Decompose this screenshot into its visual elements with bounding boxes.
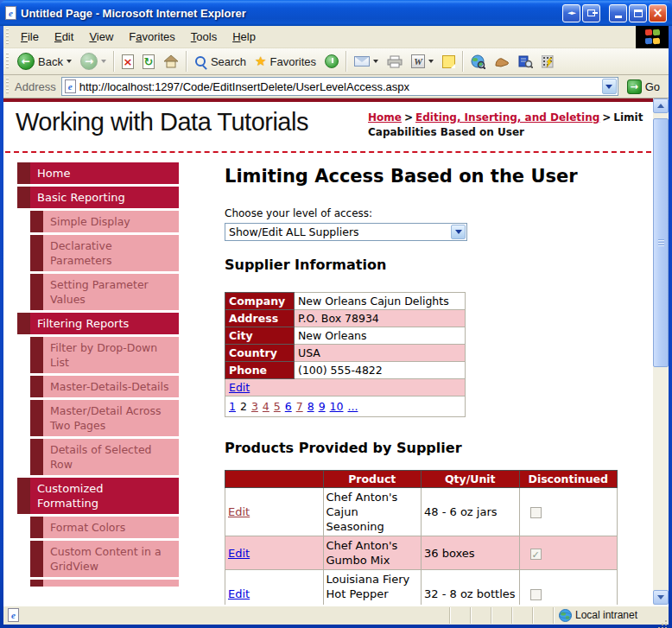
scrollbar-thumb[interactable] (653, 118, 669, 367)
sidebar-item-cutoff[interactable] (30, 580, 179, 587)
sidebar-item-master-detail-across-two-pages[interactable]: Master/Detail Across Two Pages (30, 400, 179, 436)
menu-item-file[interactable]: File (13, 27, 47, 47)
forward-dropdown-icon (101, 60, 106, 63)
print-button[interactable] (383, 49, 407, 73)
browser-viewport: Working with Data Tutorials Home>Editing… (3, 98, 669, 605)
page-link-1[interactable]: 1 (229, 400, 236, 413)
sidebar-item-filtering-reports[interactable]: Filtering Reports (17, 313, 179, 334)
sidebar-item-customized-formatting[interactable]: Customized Formatting (17, 478, 179, 514)
sidebar-item-filter-by-drop-down-list[interactable]: Filter by Drop-Down List (30, 337, 179, 373)
sidebar-item-basic-reporting[interactable]: Basic Reporting (17, 187, 179, 208)
breadcrumb-link-home[interactable]: Home (368, 111, 402, 124)
notes-button[interactable] (438, 49, 460, 73)
sidebar-item-master-details-details[interactable]: Master-Details-Details (30, 376, 179, 397)
resize-grip[interactable] (655, 607, 669, 624)
access-level-select[interactable]: Show/Edit ALL Suppliers (225, 223, 467, 241)
products-header-edit (225, 471, 324, 488)
edit-with-word-button[interactable]: W (407, 49, 438, 73)
address-dropdown-button[interactable] (602, 79, 617, 94)
minimize-button[interactable] (609, 4, 627, 22)
sidebar-item-format-colors[interactable]: Format Colors (30, 517, 179, 538)
product-edit-link[interactable]: Edit (228, 505, 250, 518)
page-link-7[interactable]: 7 (296, 400, 303, 413)
forward-button[interactable]: → (76, 49, 111, 73)
back-dropdown-icon[interactable] (67, 60, 72, 63)
home-button[interactable] (159, 49, 183, 73)
sidebar-item-custom-content-in-a-gridview[interactable]: Custom Content in a GridView (30, 541, 179, 577)
zone-label: Local intranet (575, 609, 637, 621)
address-url[interactable]: http://localhost:1297/Code/EditInsertDel… (79, 80, 602, 93)
page-link-8[interactable]: 8 (307, 400, 314, 413)
go-button[interactable]: → Go (622, 76, 665, 97)
menu-item-favorites[interactable]: Favorites (121, 27, 182, 47)
menu-item-help[interactable]: Help (225, 27, 263, 47)
select-dropdown-button[interactable] (451, 225, 466, 239)
sidebar-item-declarative-parameters[interactable]: Declarative Parameters (30, 235, 179, 271)
supplier-field-label: Company (225, 293, 295, 310)
sidebar-item-marker (30, 235, 43, 271)
address-input[interactable]: e http://localhost:1297/Code/EditInsertD… (61, 77, 618, 96)
menu-item-edit[interactable]: Edit (47, 27, 81, 47)
page-current: 2 (240, 400, 247, 413)
sidebar-item-simple-display[interactable]: Simple Display (30, 211, 179, 232)
sidebar-item-setting-parameter-values[interactable]: Setting Parameter Values (30, 274, 179, 310)
switch-icon: ◄► (567, 10, 575, 16)
page-link-[interactable]: ... (347, 400, 358, 413)
maximize-button[interactable] (629, 4, 647, 22)
search-button[interactable]: Search (190, 49, 250, 73)
scroll-down-button[interactable] (653, 590, 669, 605)
products-section-title: Products Provided by Supplier (225, 440, 641, 456)
discuss-button[interactable] (466, 49, 490, 73)
supplier-field-label: Address (225, 310, 295, 327)
discontinued-checkbox[interactable] (530, 507, 542, 518)
refresh-button[interactable]: ↻ (138, 49, 159, 73)
page-link-5[interactable]: 5 (274, 400, 281, 413)
page-link-4[interactable]: 4 (263, 400, 269, 413)
scroll-up-button[interactable] (653, 98, 669, 113)
mail-dropdown-icon[interactable] (373, 60, 378, 63)
product-edit-link[interactable]: Edit (228, 547, 250, 560)
menubar-drag-handle[interactable] (5, 29, 10, 46)
history-button[interactable] (320, 49, 343, 73)
close-button[interactable]: × (649, 4, 667, 22)
page-link-9[interactable]: 9 (319, 400, 326, 413)
edit-dropdown-icon[interactable] (428, 60, 434, 63)
menu-item-tools[interactable]: Tools (183, 27, 225, 47)
hand-tool-button[interactable] (490, 49, 514, 73)
toolbar-separator (113, 51, 115, 72)
product-qty-cell: 48 - 6 oz jars (422, 488, 520, 536)
status-pane (491, 607, 511, 624)
status-pane (449, 607, 470, 624)
note-icon (442, 55, 455, 68)
products-header-discontinued: Discontinued (519, 471, 618, 488)
menu-item-view[interactable]: View (81, 27, 121, 47)
ie-document-icon: e (5, 6, 16, 20)
discontinued-checkbox[interactable] (530, 589, 542, 600)
popout-button[interactable] (582, 4, 600, 22)
favorites-button[interactable]: ★ Favorites (250, 49, 320, 73)
page-link-10[interactable]: 10 (330, 400, 344, 413)
supplier-field-value: (100) 555-4822 (295, 362, 466, 379)
sidebar-item-details-of-selected-row[interactable]: Details of Selected Row (30, 439, 179, 475)
discontinued-checkbox[interactable]: ✓ (530, 549, 542, 560)
vertical-scrollbar[interactable] (653, 98, 669, 605)
product-row-louisiana-fiery-hot-pepper-sauce: EditLouisiana Fiery Hot Pepper Sauce32 -… (225, 570, 618, 606)
product-edit-link[interactable]: Edit (228, 587, 250, 600)
addressbar-drag-handle[interactable] (5, 78, 10, 95)
mail-button[interactable] (350, 49, 383, 73)
back-button[interactable]: ← Back (13, 49, 76, 73)
toolbar-drag-handle[interactable] (5, 53, 10, 70)
supplier-edit-link[interactable]: Edit (229, 381, 250, 394)
sidebar-item-label: Customized Formatting (37, 482, 104, 510)
switch-window-button[interactable]: ◄► (562, 4, 580, 22)
sidebar-item-home[interactable]: Home (17, 162, 179, 184)
back-label: Back (38, 55, 63, 68)
page-link-6[interactable]: 6 (285, 400, 292, 413)
sidebar-item-label: Master/Detail Across Two Pages (50, 404, 161, 432)
title-bar[interactable]: e Untitled Page - Microsoft Internet Exp… (0, 0, 672, 26)
validator-button[interactable] (537, 49, 559, 73)
breadcrumb-link-editing-inserting-and-deleting[interactable]: Editing, Inserting, and Deleting (415, 111, 599, 124)
page-link-3[interactable]: 3 (251, 400, 258, 413)
research-button[interactable] (514, 49, 537, 73)
stop-button[interactable]: × (117, 49, 138, 73)
